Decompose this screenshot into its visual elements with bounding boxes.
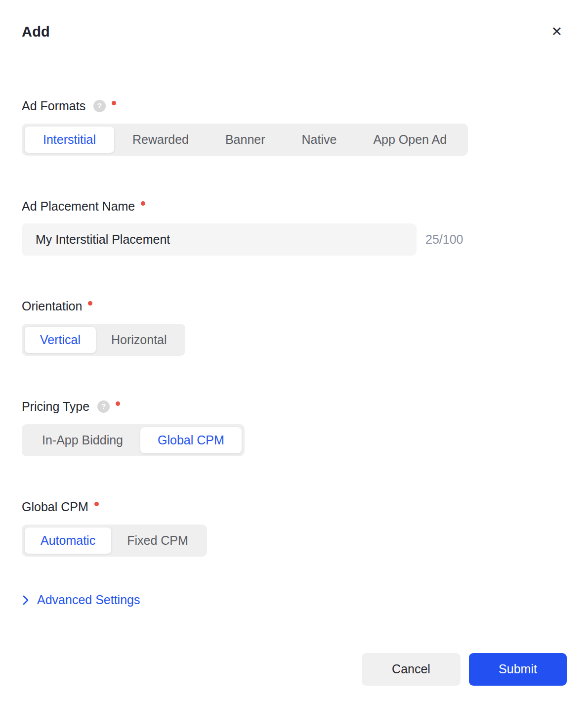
ad-formats-label-row: Ad Formats ? bbox=[22, 98, 566, 113]
global-cpm-option-fixed-cpm[interactable]: Fixed CPM bbox=[111, 527, 204, 554]
required-dot bbox=[94, 502, 99, 506]
advanced-settings-link[interactable]: Advanced Settings bbox=[22, 593, 140, 607]
ad-format-option-native[interactable]: Native bbox=[284, 127, 355, 153]
ad-placement-name-label: Ad Placement Name bbox=[22, 199, 135, 214]
required-dot bbox=[88, 301, 92, 306]
orientation-label: Orientation bbox=[22, 299, 82, 313]
help-icon[interactable]: ? bbox=[93, 100, 106, 112]
pricing-type-segmented: In-App Bidding Global CPM bbox=[22, 424, 245, 456]
ad-format-option-rewarded[interactable]: Rewarded bbox=[114, 127, 207, 153]
ad-formats-segmented: Interstitial Rewarded Banner Native App … bbox=[22, 124, 468, 156]
pricing-option-in-app-bidding[interactable]: In-App Bidding bbox=[25, 427, 140, 453]
ad-placement-name-row: 25/100 bbox=[22, 223, 566, 256]
ad-placement-name-label-row: Ad Placement Name bbox=[22, 199, 566, 214]
help-icon[interactable]: ? bbox=[97, 400, 110, 413]
global-cpm-segmented: Automatic Fixed CPM bbox=[22, 525, 207, 557]
modal-header: Add ✕ bbox=[0, 0, 588, 64]
global-cpm-label: Global CPM bbox=[22, 499, 88, 514]
submit-button[interactable]: Submit bbox=[469, 653, 567, 686]
orientation-segmented: Vertical Horizontal bbox=[22, 324, 185, 356]
modal-body: Ad Formats ? Interstitial Rewarded Banne… bbox=[0, 98, 588, 609]
char-counter: 25/100 bbox=[425, 232, 463, 247]
orientation-option-horizontal[interactable]: Horizontal bbox=[96, 327, 182, 353]
ad-format-option-interstitial[interactable]: Interstitial bbox=[25, 127, 114, 153]
chevron-right-icon bbox=[22, 594, 30, 607]
required-dot bbox=[112, 101, 116, 105]
ad-placement-name-input[interactable] bbox=[22, 223, 417, 256]
global-cpm-option-automatic[interactable]: Automatic bbox=[25, 527, 111, 554]
ad-format-option-banner[interactable]: Banner bbox=[207, 127, 284, 153]
ad-formats-label: Ad Formats bbox=[22, 98, 85, 113]
pricing-option-global-cpm[interactable]: Global CPM bbox=[140, 427, 242, 453]
pricing-type-label-row: Pricing Type ? bbox=[22, 399, 566, 414]
orientation-option-vertical[interactable]: Vertical bbox=[25, 327, 96, 353]
ad-format-option-app-open-ad[interactable]: App Open Ad bbox=[355, 127, 465, 153]
orientation-label-row: Orientation bbox=[22, 299, 566, 313]
advanced-settings-label: Advanced Settings bbox=[37, 593, 140, 607]
modal-footer: Cancel Submit bbox=[0, 637, 588, 701]
global-cpm-label-row: Global CPM bbox=[22, 499, 566, 514]
required-dot bbox=[141, 201, 145, 206]
cancel-button[interactable]: Cancel bbox=[362, 653, 461, 686]
required-dot bbox=[116, 401, 120, 406]
pricing-type-label: Pricing Type bbox=[22, 399, 89, 414]
close-icon[interactable]: ✕ bbox=[549, 23, 564, 41]
modal-title: Add bbox=[22, 24, 50, 40]
